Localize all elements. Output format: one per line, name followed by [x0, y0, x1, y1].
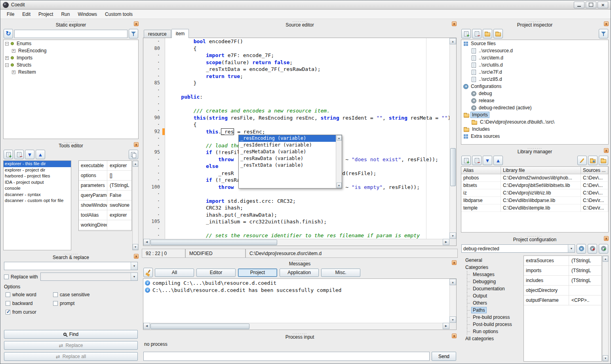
menu-edit[interactable]: Edit	[18, 10, 34, 18]
close-panel-icon[interactable]	[134, 254, 139, 259]
dropdown-icon[interactable]	[131, 273, 137, 280]
tree-item[interactable]: release	[461, 97, 608, 104]
close-button[interactable]	[598, 2, 608, 8]
tree-item[interactable]: debug-redirected (active)	[461, 104, 608, 111]
library-row[interactable]: libdparseC:\Dev\dlibs\libdparse.libC:\De…	[461, 197, 608, 204]
completion-scrollbar[interactable]	[336, 135, 342, 188]
tree-item[interactable]: Source files	[461, 40, 608, 47]
menu-windows[interactable]: Windows	[74, 10, 101, 18]
tools-grid-scrollbar[interactable]	[132, 160, 139, 250]
close-panel-icon[interactable]	[604, 148, 609, 153]
configuration-combo[interactable]: debug-redirected	[461, 244, 575, 253]
filter-button[interactable]	[129, 29, 138, 38]
menu-file[interactable]: File	[3, 10, 18, 18]
scroll-down-icon[interactable]	[603, 355, 608, 361]
replace-button[interactable]: Replace	[4, 341, 138, 350]
editor-horizontal-scrollbar[interactable]	[143, 239, 449, 246]
replace-all-button[interactable]: Replace all	[4, 352, 138, 361]
config-category[interactable]: Others	[461, 299, 523, 307]
configuration-scrollbar[interactable]	[602, 255, 609, 362]
tree-item[interactable]: ..\src\resource.d	[461, 47, 608, 54]
column-header[interactable]: Library file	[501, 167, 581, 174]
remove-source-button[interactable]	[472, 29, 482, 38]
scroll-down-icon[interactable]	[449, 316, 456, 323]
completion-item[interactable]: _resTxtData (variable)	[239, 162, 336, 169]
checkbox-prompt[interactable]	[53, 301, 58, 306]
add-library-button[interactable]	[461, 156, 471, 165]
config-category[interactable]: General	[461, 257, 523, 264]
tree-item[interactable]: ..\src\z85.d	[461, 76, 608, 83]
delete-config-button[interactable]	[588, 244, 597, 253]
property-value[interactable]: (TStringL	[569, 276, 601, 285]
expand-toggle-icon[interactable]: +	[12, 71, 15, 74]
add-folder-button[interactable]	[483, 29, 492, 38]
library-row[interactable]: izC:\Dev\dproj\iz\lib\iz.libC:\Dev\...	[461, 189, 608, 197]
checkbox-from-cursor[interactable]	[6, 310, 10, 314]
dropdown-icon[interactable]	[131, 262, 137, 270]
scroll-left-icon[interactable]	[143, 239, 150, 245]
checkbox-case-sensitive[interactable]	[53, 292, 58, 297]
scroll-up-icon[interactable]	[133, 161, 138, 167]
dropdown-icon[interactable]	[568, 245, 575, 252]
sync-config-button[interactable]	[577, 244, 586, 253]
close-panel-icon[interactable]	[134, 142, 139, 147]
edit-library-button[interactable]	[577, 156, 587, 165]
menu-custom-tools[interactable]: Custom tools	[101, 10, 137, 18]
checkbox-backward[interactable]	[6, 301, 10, 306]
filter-misc[interactable]: Misc.	[321, 269, 360, 277]
scroll-left-icon[interactable]	[143, 323, 150, 329]
process-input-field[interactable]	[143, 352, 430, 361]
tree-item[interactable]: debug	[461, 90, 608, 97]
add-folder-sources-button[interactable]	[493, 29, 503, 38]
property-value[interactable]: (TStringL	[569, 266, 601, 275]
scrollbar-thumb[interactable]	[450, 148, 456, 186]
scroll-up-icon[interactable]	[337, 135, 342, 141]
expand-toggle-icon[interactable]: +	[12, 49, 15, 53]
scroll-right-icon[interactable]	[443, 323, 449, 329]
filter-application[interactable]: Application	[280, 269, 319, 277]
titlebar[interactable]: Coedit	[0, 0, 611, 10]
find-button[interactable]: Find	[4, 330, 138, 339]
scrollbar-thumb[interactable]	[150, 324, 249, 329]
tree-item[interactable]: +ResEncoding	[4, 47, 138, 54]
config-category[interactable]: Debugging	[461, 278, 523, 285]
symbol-search-input[interactable]	[14, 30, 128, 38]
tree-item[interactable]: +Imports	[4, 54, 138, 61]
column-header[interactable]: Alias	[461, 167, 501, 174]
tab-item[interactable]: item	[171, 29, 189, 38]
completion-item[interactable]: _resRawData (variable)	[239, 155, 336, 162]
scroll-up-icon[interactable]	[449, 279, 456, 285]
scroll-down-icon[interactable]	[337, 183, 342, 188]
refresh-button[interactable]	[4, 29, 13, 38]
tree-item[interactable]: Extra sources	[461, 133, 608, 140]
remove-library-button[interactable]	[472, 156, 482, 165]
clone-tool-button[interactable]	[129, 150, 138, 159]
maximize-button[interactable]	[586, 2, 596, 8]
close-panel-icon[interactable]	[604, 21, 609, 26]
tool-list-item[interactable]: console	[4, 185, 71, 192]
tool-list-item[interactable]: harbored - project files	[4, 173, 71, 179]
message-item[interactable]: C:\...\build\resource.d.coedit has been …	[143, 286, 449, 293]
add-tool-button[interactable]	[4, 150, 13, 159]
move-tool-up-button[interactable]	[36, 150, 45, 159]
tool-list-item[interactable]: dscanner - syntax	[4, 192, 71, 198]
completion-item[interactable]: _resMetaData (variable)	[239, 149, 336, 155]
tree-item[interactable]: Includes	[461, 126, 608, 133]
close-panel-icon[interactable]	[134, 21, 139, 26]
close-panel-icon[interactable]	[452, 334, 457, 338]
tool-list-item[interactable]: explorer - project dir	[4, 167, 71, 173]
tool-list-item[interactable]: IDA - project output	[4, 179, 71, 186]
property-value[interactable]: swoNone	[107, 200, 131, 210]
property-value[interactable]: explorer	[107, 161, 131, 170]
checkbox-whole-word[interactable]	[6, 292, 10, 297]
tree-item[interactable]: −Structs	[4, 61, 138, 69]
config-category[interactable]: All categories	[461, 335, 523, 342]
tree-item[interactable]: −Enums	[4, 40, 138, 47]
scroll-up-icon[interactable]	[449, 38, 456, 44]
library-row[interactable]: phobosC:\Dev\dmd2\windows\lib\phob...C:\…	[461, 174, 608, 182]
scroll-up-icon[interactable]	[603, 256, 608, 262]
add-source-button[interactable]	[461, 29, 471, 38]
replace-text-combo[interactable]	[40, 273, 138, 281]
send-button[interactable]: Send	[432, 352, 456, 361]
config-category[interactable]: Run options	[461, 328, 523, 335]
